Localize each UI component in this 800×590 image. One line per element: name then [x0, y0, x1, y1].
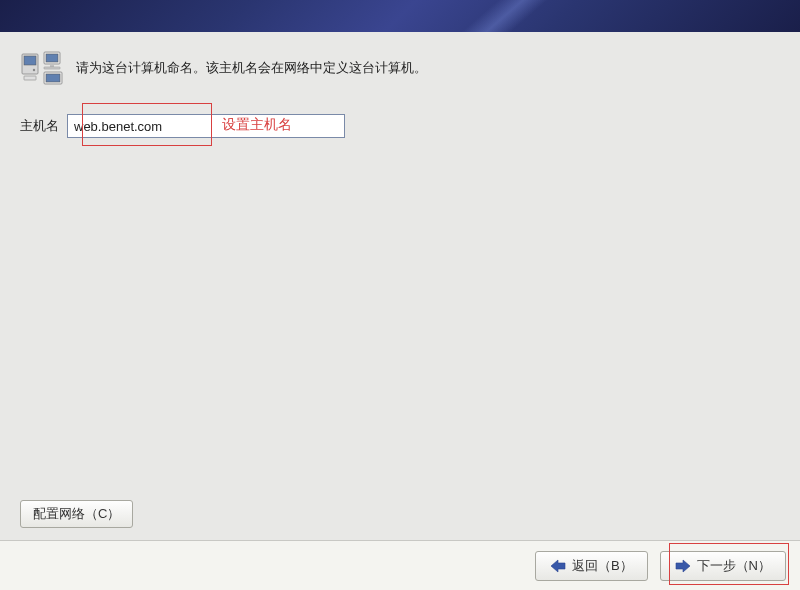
svg-rect-1 [24, 56, 36, 65]
computer-network-icon [20, 50, 64, 86]
svg-rect-7 [44, 67, 60, 69]
next-button[interactable]: 下一步（N） [660, 551, 786, 581]
svg-rect-5 [46, 54, 58, 62]
arrow-left-icon [550, 559, 566, 573]
svg-point-2 [33, 69, 35, 71]
hostname-input[interactable] [67, 114, 345, 138]
arrow-right-icon [675, 559, 691, 573]
back-button-label: 返回（B） [572, 557, 633, 575]
svg-rect-3 [24, 76, 36, 80]
footer-bar: 返回（B） 下一步（N） [0, 540, 800, 590]
header-banner [0, 0, 800, 32]
configure-network-button[interactable]: 配置网络（C） [20, 500, 133, 528]
back-button[interactable]: 返回（B） [535, 551, 648, 581]
svg-rect-6 [50, 64, 54, 67]
hostname-label: 主机名 [20, 117, 59, 135]
instruction-text: 请为这台计算机命名。该主机名会在网络中定义这台计算机。 [76, 59, 427, 77]
svg-rect-9 [46, 74, 60, 82]
next-button-label: 下一步（N） [697, 557, 771, 575]
